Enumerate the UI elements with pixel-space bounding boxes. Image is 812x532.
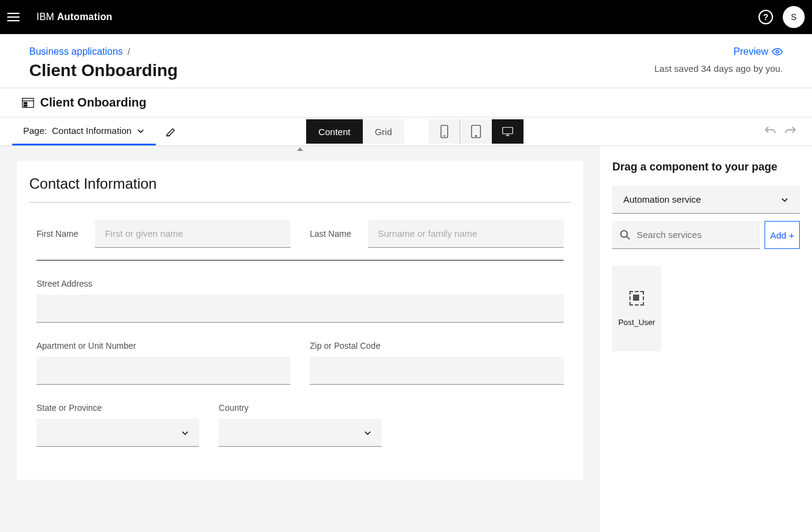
right-panel: Drag a component to your page Automation… — [600, 146, 812, 532]
zip-label: Zip or Postal Code — [310, 341, 564, 351]
chevron-down-icon — [780, 195, 789, 204]
view-mode-toggle: Content Grid — [306, 119, 404, 144]
svg-rect-10 — [503, 127, 513, 134]
breadcrumb-separator: / — [128, 47, 130, 57]
grid-tab[interactable]: Grid — [363, 119, 404, 144]
preview-button[interactable]: Preview — [733, 46, 783, 57]
brand-logo: IBM Automation — [37, 12, 113, 23]
first-name-label: First Name — [37, 229, 78, 239]
form-title: Contact Information — [29, 175, 571, 203]
brand-prefix: IBM — [37, 12, 54, 22]
device-toggle — [429, 119, 523, 144]
pencil-icon — [166, 126, 177, 137]
brand-suffix: Automation — [57, 12, 113, 22]
sub-header: Client Onboarding — [0, 88, 812, 117]
diagram-icon — [22, 97, 34, 108]
search-input[interactable] — [637, 229, 752, 240]
toolbar: Page: Contact Information Content Grid — [0, 117, 812, 146]
breadcrumb: Business applications / — [29, 46, 178, 57]
svg-point-9 — [475, 135, 477, 136]
content-tab[interactable]: Content — [306, 119, 363, 144]
breadcrumb-link[interactable]: Business applications — [29, 46, 123, 57]
last-name-label: Last Name — [310, 229, 351, 239]
zip-input[interactable] — [310, 357, 564, 385]
svg-rect-3 — [24, 102, 27, 104]
apartment-input[interactable] — [37, 357, 290, 385]
chevron-down-icon — [363, 429, 372, 437]
page-selector-value: Contact Information — [52, 125, 131, 136]
mobile-device-button[interactable] — [429, 119, 460, 144]
street-address-label: Street Address — [37, 279, 564, 289]
last-name-input[interactable] — [368, 220, 564, 248]
search-box[interactable] — [612, 221, 760, 249]
help-icon[interactable]: ? — [758, 10, 773, 24]
first-name-input[interactable] — [95, 220, 290, 248]
avatar[interactable]: S — [783, 6, 805, 28]
street-address-input[interactable] — [37, 295, 564, 323]
mobile-icon — [439, 125, 450, 138]
country-label: Country — [219, 403, 381, 413]
service-type-dropdown[interactable]: Automation service — [612, 186, 800, 214]
add-button[interactable]: Add + — [765, 221, 800, 249]
country-select[interactable] — [219, 419, 381, 447]
dropdown-value: Automation service — [623, 194, 701, 205]
desktop-icon — [502, 125, 513, 138]
section-divider — [37, 260, 564, 261]
svg-line-14 — [627, 236, 630, 239]
redo-icon[interactable] — [784, 125, 797, 138]
chevron-down-icon — [181, 429, 189, 437]
svg-point-13 — [621, 230, 628, 237]
tablet-device-button[interactable] — [460, 119, 492, 144]
hamburger-menu-icon[interactable] — [7, 10, 22, 24]
tablet-icon — [471, 125, 481, 138]
eye-icon — [772, 46, 783, 57]
chevron-down-icon — [136, 127, 145, 135]
panel-title: Drag a component to your page — [612, 161, 800, 173]
state-select[interactable] — [37, 419, 199, 447]
last-saved-text: Last saved 34 days ago by you. — [654, 63, 783, 74]
canvas-area[interactable]: Contact Information First Name Last Name… — [0, 146, 600, 532]
search-icon — [620, 229, 631, 240]
apartment-label: Apartment or Unit Number — [37, 341, 290, 351]
main-body: Contact Information First Name Last Name… — [0, 146, 812, 532]
component-icon — [629, 291, 644, 306]
avatar-initial: S — [791, 12, 796, 22]
component-tile-post-user[interactable]: Post_User — [612, 266, 661, 351]
top-header: IBM Automation ? S — [0, 0, 812, 34]
preview-label: Preview — [733, 46, 768, 57]
component-name: Post_User — [618, 318, 656, 327]
page-header: Business applications / Client Onboardin… — [0, 34, 812, 88]
edit-button[interactable] — [156, 117, 186, 145]
sub-header-title: Client Onboarding — [40, 96, 146, 110]
form-card: Contact Information First Name Last Name… — [17, 161, 583, 480]
page-title: Client Onboarding — [29, 61, 178, 80]
undo-icon[interactable] — [763, 125, 777, 138]
svg-rect-4 — [24, 105, 27, 107]
page-selector[interactable]: Page: Contact Information — [12, 117, 156, 145]
scroll-up-indicator — [297, 147, 303, 151]
svg-point-0 — [776, 51, 779, 54]
state-label: State or Province — [37, 403, 199, 413]
desktop-device-button[interactable] — [492, 119, 523, 144]
page-selector-label: Page: — [23, 125, 47, 136]
